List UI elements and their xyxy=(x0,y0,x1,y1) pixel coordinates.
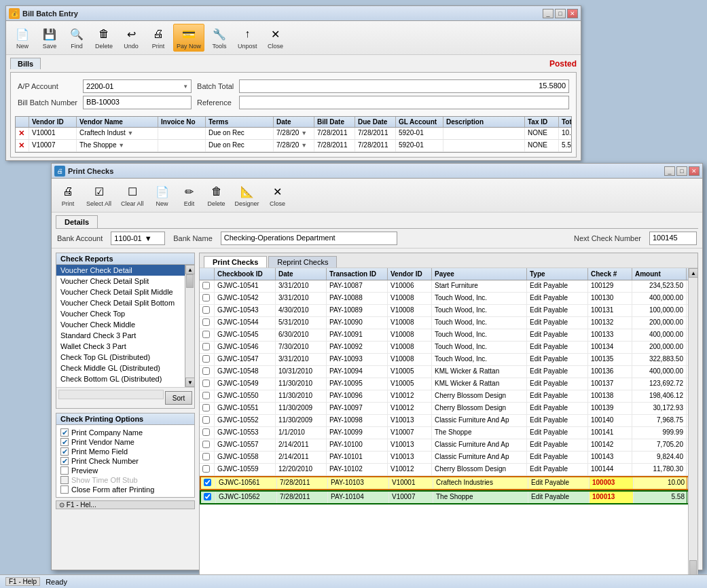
row-checkbox-1[interactable] xyxy=(202,282,210,289)
f1-help-badge[interactable]: ⊙ F1 - Hel... xyxy=(56,500,195,509)
date-2[interactable]: 7/28/20 ▼ xyxy=(274,140,314,151)
table-row[interactable]: GJWC-10558 2/14/2011 PAY-10101 V10013 Cl… xyxy=(200,452,688,464)
row-checkbox-5[interactable] xyxy=(202,331,210,338)
list-item[interactable]: Wallet Check 3 Part xyxy=(56,341,185,352)
scroll-up-button[interactable]: ▲ xyxy=(185,265,195,274)
list-item[interactable]: Voucher Check Detail xyxy=(56,265,185,276)
list-item[interactable]: Voucher Check Detail Split xyxy=(56,276,185,287)
table-row[interactable]: ✕ V10001 Craftech Indust ▼ Due on Rec 7/… xyxy=(16,128,571,140)
ap-account-input[interactable]: 2200-01 ▼ xyxy=(83,79,192,93)
bill-batch-number-input[interactable]: BB-10003 xyxy=(83,96,192,109)
row-checkbox-7[interactable] xyxy=(202,355,210,363)
find-button[interactable]: 🔍 Find xyxy=(65,24,89,52)
row-checkbox-10[interactable] xyxy=(202,392,210,399)
bills-tab[interactable]: Bills xyxy=(10,58,41,69)
row-check-10[interactable] xyxy=(200,390,215,402)
row-checkbox-17[interactable] xyxy=(204,479,211,486)
row-check-17[interactable] xyxy=(201,477,216,489)
table-row[interactable]: GJWC-10552 11/30/2009 PAY-10098 V10013 C… xyxy=(200,415,688,427)
date-1[interactable]: 7/28/20 ▼ xyxy=(274,128,314,139)
print-button[interactable]: 🖨 Print xyxy=(146,24,170,52)
main-scroll-up[interactable]: ▲ xyxy=(689,268,697,278)
save-button[interactable]: 💾 Save xyxy=(37,24,62,52)
pc-close-toolbar-button[interactable]: ✕ Close xyxy=(266,181,290,209)
list-item[interactable]: Check Middle GL (Distributed) xyxy=(56,363,185,373)
table-row[interactable]: GJWC-10550 11/30/2010 PAY-10096 V10012 C… xyxy=(200,390,688,403)
close-toolbar-button[interactable]: ✕ Close xyxy=(264,24,288,52)
description-1[interactable] xyxy=(443,128,525,139)
pay-now-button[interactable]: 💳 Pay Now xyxy=(173,24,204,52)
description-2[interactable] xyxy=(443,140,525,151)
list-item[interactable]: Check Top GL (Distributed) xyxy=(56,352,185,363)
table-row[interactable]: GJWC-10542 3/31/2010 PAY-10088 V10008 To… xyxy=(200,293,688,305)
row-checkbox-8[interactable] xyxy=(202,367,210,375)
col-date[interactable]: Date xyxy=(276,268,327,280)
pc-edit-button[interactable]: ✏ Edit xyxy=(177,181,202,209)
close-form-checkbox[interactable] xyxy=(60,485,69,494)
row-checkbox-15[interactable] xyxy=(202,453,210,460)
col-type[interactable]: Type xyxy=(527,268,588,280)
col-terms[interactable]: Terms xyxy=(206,117,274,127)
table-row[interactable]: GJWC-10549 11/30/2010 PAY-10095 V10005 K… xyxy=(200,378,688,390)
row-checkbox-13[interactable] xyxy=(202,428,210,436)
col-date[interactable]: Date xyxy=(274,117,314,127)
next-check-number-input[interactable]: 100145 xyxy=(649,232,697,245)
table-row[interactable]: GJWC-10543 4/30/2010 PAY-10089 V10008 To… xyxy=(200,305,688,317)
col-bill-date[interactable]: Bill Date xyxy=(314,117,355,127)
new-button[interactable]: 📄 New xyxy=(10,24,35,52)
col-invoice-no[interactable]: Invoice No xyxy=(158,117,206,127)
row-checkbox-2[interactable] xyxy=(202,294,210,301)
pc-new-button[interactable]: 📄 New xyxy=(150,181,175,209)
pc-select-all-button[interactable]: ☑ Select All xyxy=(83,181,115,209)
list-item[interactable]: Check Bottom GL (Distributed) xyxy=(56,373,185,384)
col-vendor-id[interactable]: Vendor ID xyxy=(388,268,432,280)
pc-delete-button[interactable]: 🗑 Delete xyxy=(204,181,229,209)
table-row[interactable]: GJWC-10551 11/30/2009 PAY-10097 V10012 C… xyxy=(200,403,688,415)
delete-button[interactable]: 🗑 Delete xyxy=(92,24,116,52)
row-check-8[interactable] xyxy=(200,366,215,378)
col-due-date[interactable]: Due Date xyxy=(355,117,396,127)
row-check-4[interactable] xyxy=(200,317,215,329)
f1-help-button[interactable]: F1 - Help xyxy=(5,577,40,586)
row-checkbox-3[interactable] xyxy=(202,306,210,314)
col-checkbook-id[interactable]: Checkbook ID xyxy=(215,268,276,280)
undo-button[interactable]: ↩ Undo xyxy=(119,24,143,52)
reference-input[interactable] xyxy=(239,96,569,109)
col-vendor-id[interactable]: Vendor ID xyxy=(29,117,77,127)
reprint-checks-tab[interactable]: Reprint Checks xyxy=(268,256,337,268)
print-check-number-checkbox[interactable]: ✔ xyxy=(60,457,69,465)
row-checkbox-18[interactable] xyxy=(204,493,211,500)
invoice-no-2[interactable] xyxy=(158,140,206,151)
row-checkbox-4[interactable] xyxy=(202,318,210,326)
col-description[interactable]: Description xyxy=(443,117,525,127)
row-check-3[interactable] xyxy=(200,305,215,316)
pc-minimize-button[interactable]: _ xyxy=(664,166,675,176)
col-check-num[interactable]: Check # xyxy=(588,268,632,280)
print-memo-checkbox[interactable]: ✔ xyxy=(60,447,69,456)
list-item[interactable]: Standard Check 3 Part xyxy=(56,330,185,341)
list-item[interactable]: Voucher Check Top xyxy=(56,308,185,319)
row-checkbox-6[interactable] xyxy=(202,343,210,350)
scroll-thumb[interactable] xyxy=(186,274,194,288)
table-row[interactable]: GJWC-10559 12/20/2010 PAY-10102 V10012 C… xyxy=(200,464,688,476)
row-check-14[interactable] xyxy=(200,439,215,451)
table-row[interactable]: GJWC-10547 3/31/2010 PAY-10093 V10008 To… xyxy=(200,354,688,366)
print-company-checkbox[interactable]: ✔ xyxy=(60,428,69,437)
pc-clear-all-button[interactable]: ☐ Clear All xyxy=(117,181,147,209)
list-item[interactable]: Voucher Check Detail Split Bottom xyxy=(56,297,185,308)
delete-row-2[interactable]: ✕ xyxy=(16,140,29,151)
unpost-button[interactable]: ↑ Unpost xyxy=(234,24,261,52)
row-check-2[interactable] xyxy=(200,293,215,304)
close-bill-batch-button[interactable]: ✕ xyxy=(567,9,578,18)
row-check-9[interactable] xyxy=(200,378,215,390)
table-row[interactable]: ✕ V10007 The Shoppe ▼ Due on Rec 7/28/20… xyxy=(16,140,571,152)
minimize-button[interactable]: _ xyxy=(543,9,554,18)
row-check-15[interactable] xyxy=(200,452,215,463)
table-row[interactable]: GJWC-10557 2/14/2011 PAY-10100 V10013 Cl… xyxy=(200,439,688,452)
table-row[interactable]: GJWC-10553 1/1/2010 PAY-10099 V10007 The… xyxy=(200,427,688,439)
col-total[interactable]: Total xyxy=(559,117,572,127)
bank-account-input[interactable]: 1100-01 ▼ xyxy=(111,232,165,245)
table-row[interactable]: GJWC-10541 3/31/2010 PAY-10087 V10006 St… xyxy=(200,280,688,293)
row-check-16[interactable] xyxy=(200,464,215,475)
table-row[interactable]: GJWC-10544 5/31/2010 PAY-10090 V10008 To… xyxy=(200,317,688,329)
